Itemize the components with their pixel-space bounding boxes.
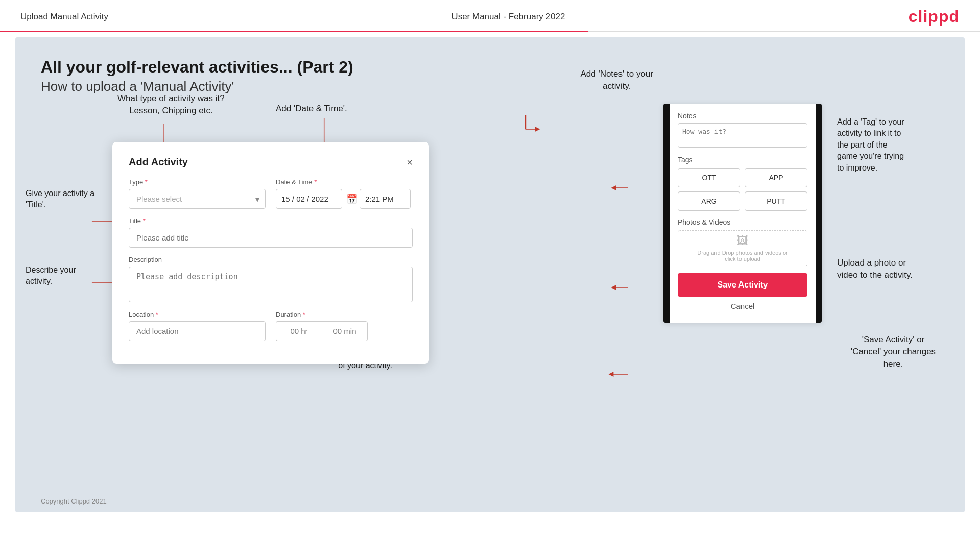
title-input[interactable] (129, 228, 413, 248)
duration-label: Duration * (276, 310, 413, 318)
modal-header: Add Activity × (129, 156, 413, 168)
tags-label: Tags (678, 156, 807, 164)
location-input[interactable] (129, 321, 266, 341)
page-title: Upload Manual Activity (20, 12, 108, 22)
notes-label: Notes (678, 112, 807, 120)
datetime-label: Date & Time * (276, 178, 413, 186)
phone-panel: Notes Tags OTT APP ARG PUTT Photos & Vid… (663, 104, 822, 323)
type-label: Type * (129, 178, 266, 186)
annotation-describe: Describe your activity. (26, 265, 76, 288)
datetime-group: Date & Time * 📅 (276, 178, 413, 209)
type-select-wrapper[interactable]: Please select (129, 189, 266, 209)
annotation-datetime: Add 'Date & Time'. (276, 103, 347, 115)
copyright: Copyright Clippd 2021 (41, 497, 107, 505)
logo: clippd (909, 7, 960, 26)
annotation-type: What type of activity was it? Lesson, Ch… (117, 92, 225, 117)
title-group: Title * (129, 217, 413, 248)
svg-marker-18 (535, 127, 540, 132)
title-label: Title * (129, 217, 413, 225)
upload-area[interactable]: 🖼 Drag and Drop photos and videos or cli… (678, 230, 807, 266)
add-activity-modal: Add Activity × Type * Please select Date… (112, 142, 429, 364)
description-group: Description (129, 256, 413, 302)
save-activity-button[interactable]: Save Activity (678, 273, 807, 297)
date-input[interactable] (276, 189, 342, 209)
main-content: All your golf-relevant activities... (Pa… (15, 37, 965, 512)
main-heading: All your golf-relevant activities... (Pa… (41, 58, 939, 77)
duration-inputs (276, 321, 413, 341)
modal-close-button[interactable]: × (407, 157, 413, 167)
duration-min-input[interactable] (322, 321, 368, 341)
description-input[interactable] (129, 267, 413, 302)
location-duration-row: Location * Duration * (129, 310, 413, 341)
location-group: Location * (129, 310, 266, 341)
phone-inner: Notes Tags OTT APP ARG PUTT Photos & Vid… (670, 104, 816, 323)
datetime-inputs: 📅 (276, 189, 413, 209)
upload-icon: 🖼 (737, 234, 748, 248)
svg-marker-24 (608, 372, 613, 377)
notes-input[interactable] (678, 123, 807, 148)
tag-ott[interactable]: OTT (678, 168, 740, 187)
annotation-save-cancel: 'Save Activity' or 'Cancel' your changes… (832, 333, 954, 370)
modal-title: Add Activity (129, 156, 188, 168)
annotation-title: Give your activity a 'Title'. (26, 188, 94, 211)
upload-text: Drag and Drop photos and videos or click… (697, 250, 787, 262)
manual-title: User Manual - February 2022 (451, 12, 565, 22)
description-label: Description (129, 256, 413, 263)
tags-grid: OTT APP ARG PUTT (678, 168, 807, 211)
type-datetime-row: Type * Please select Date & Time * 📅 (129, 178, 413, 209)
top-divider (0, 31, 980, 32)
cancel-link[interactable]: Cancel (678, 302, 807, 315)
annotation-notes: Add 'Notes' to your activity. (580, 68, 653, 92)
duration-hr-input[interactable] (276, 321, 322, 341)
annotation-tag: Add a 'Tag' to your activity to link it … (837, 116, 954, 174)
tag-putt[interactable]: PUTT (745, 191, 807, 211)
tag-app[interactable]: APP (745, 168, 807, 187)
time-input[interactable] (360, 189, 411, 209)
type-select[interactable]: Please select (129, 189, 266, 209)
annotation-upload: Upload a photo or video to the activity. (837, 257, 954, 281)
duration-group: Duration * (276, 310, 413, 341)
photos-label: Photos & Videos (678, 218, 807, 226)
type-group: Type * Please select (129, 178, 266, 209)
tag-arg[interactable]: ARG (678, 191, 740, 211)
top-bar: Upload Manual Activity User Manual - Feb… (0, 0, 980, 31)
calendar-icon[interactable]: 📅 (346, 194, 357, 205)
svg-marker-20 (611, 185, 616, 190)
location-label: Location * (129, 310, 266, 318)
svg-marker-22 (611, 285, 616, 290)
